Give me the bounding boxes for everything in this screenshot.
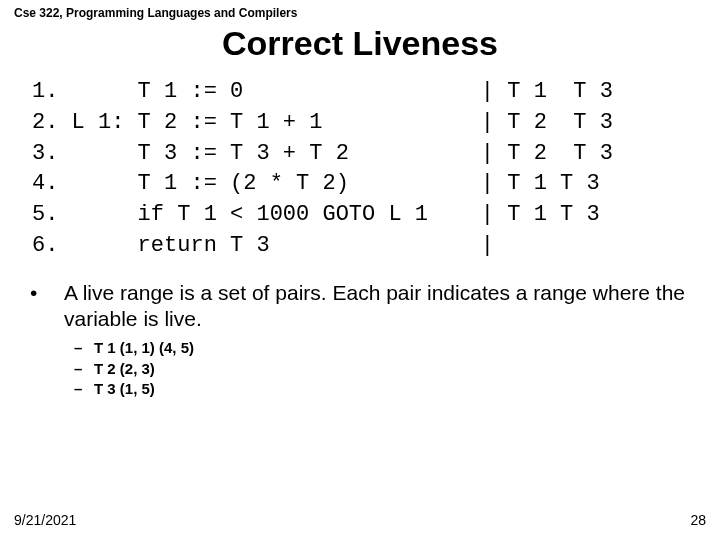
code-block: 1. T 1 := 0 | T 1 T 3 2. L 1: T 2 := T 1… xyxy=(32,77,706,262)
code-line: 3. T 3 := T 3 + T 2 | T 2 T 3 xyxy=(32,141,613,166)
slide: Cse 322, Programming Languages and Compi… xyxy=(0,0,720,540)
bullet-list: • A live range is a set of pairs. Each p… xyxy=(24,280,706,399)
code-line: 6. return T 3 | xyxy=(32,233,494,258)
sub-bullet-text: T 1 (1, 1) (4, 5) xyxy=(94,338,194,358)
code-line: 2. L 1: T 2 := T 1 + 1 | T 2 T 3 xyxy=(32,110,613,135)
footer: 9/21/2021 28 xyxy=(14,512,706,528)
bullet-text: A live range is a set of pairs. Each pai… xyxy=(64,280,706,333)
sub-bullet-marker: – xyxy=(74,379,94,399)
sub-bullet-item: – T 1 (1, 1) (4, 5) xyxy=(74,338,706,358)
code-line: 1. T 1 := 0 | T 1 T 3 xyxy=(32,79,613,104)
course-label: Cse 322, Programming Languages and Compi… xyxy=(14,6,706,20)
sub-bullet-item: – T 3 (1, 5) xyxy=(74,379,706,399)
code-line: 5. if T 1 < 1000 GOTO L 1 | T 1 T 3 xyxy=(32,202,600,227)
sub-bullet-item: – T 2 (2, 3) xyxy=(74,359,706,379)
sub-bullet-marker: – xyxy=(74,338,94,358)
footer-date: 9/21/2021 xyxy=(14,512,76,528)
bullet-item: • A live range is a set of pairs. Each p… xyxy=(24,280,706,333)
sub-bullet-text: T 2 (2, 3) xyxy=(94,359,155,379)
sub-bullet-text: T 3 (1, 5) xyxy=(94,379,155,399)
footer-page-number: 28 xyxy=(690,512,706,528)
bullet-marker: • xyxy=(24,280,64,306)
slide-title: Correct Liveness xyxy=(14,24,706,63)
code-line: 4. T 1 := (2 * T 2) | T 1 T 3 xyxy=(32,171,600,196)
sub-bullet-marker: – xyxy=(74,359,94,379)
sub-bullet-list: – T 1 (1, 1) (4, 5) – T 2 (2, 3) – T 3 (… xyxy=(74,338,706,399)
